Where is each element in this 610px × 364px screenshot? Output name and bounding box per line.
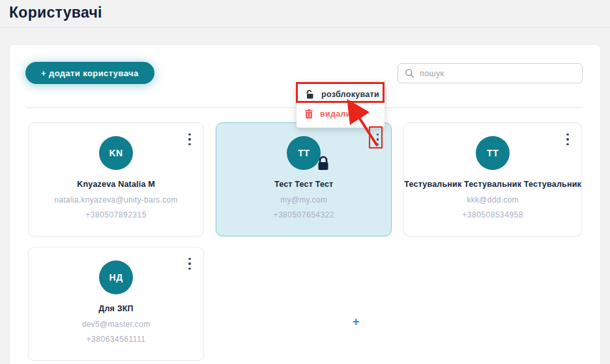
card-kebab-menu-icon[interactable] [183,253,196,274]
user-name: Тестувальник Тестувальник Тестувальник [404,180,581,189]
user-email: dev5@master.com [29,320,203,329]
user-name: Тест Тест Тест [216,180,391,189]
user-card[interactable]: ТТ Тестувальник Тестувальник Тестувальни… [403,122,582,236]
header-divider [0,27,610,28]
menu-item-label: видалити [320,109,360,119]
card-kebab-menu-icon[interactable] [561,129,574,150]
user-phone: +380507892315 [29,210,203,219]
card-kebab-menu-icon[interactable] [183,129,196,150]
avatar: ТТ [287,136,321,170]
avatar: НД [99,260,133,294]
user-name: Knyazeva Natalia M [29,180,203,189]
menu-item-unblock[interactable]: розблокувати [297,85,385,104]
search-box[interactable] [398,63,583,83]
page-title: Користувачі [9,4,102,21]
card-context-menu: розблокувати видалити [297,83,385,128]
user-email: kkk@ddd.com [404,195,581,204]
cursor-plus-mark: + [353,315,360,329]
user-card[interactable]: НД Для ЗКП dev5@master.com +380634561111 [28,247,204,361]
avatar: KN [99,136,133,170]
search-input[interactable] [420,69,575,78]
user-name: Для ЗКП [29,304,203,313]
unlock-icon [304,89,315,100]
user-card-grid: KN Knyazeva Natalia M natalia.knyazeva@u… [10,122,600,361]
locked-user-icon [317,156,330,174]
user-phone: +380508534958 [404,210,581,219]
user-card-selected[interactable]: ТТ Тест Тест Тест my@my.com +38050765432… [216,122,392,236]
user-email: natalia.knyazeva@unity-bars.com [29,195,203,204]
card-kebab-menu-icon[interactable] [371,129,384,150]
user-phone: +380634561111 [29,335,203,344]
user-email: my@my.com [216,195,391,204]
user-card[interactable]: KN Knyazeva Natalia M natalia.knyazeva@u… [28,122,204,236]
search-icon [405,68,414,78]
trash-icon [304,109,313,119]
menu-item-label: розблокувати [321,90,379,99]
add-user-button[interactable]: + додати користувача [25,62,154,84]
menu-item-delete[interactable]: видалити [297,104,385,124]
user-phone: +380507654322 [216,210,391,219]
avatar: ТТ [476,136,510,170]
